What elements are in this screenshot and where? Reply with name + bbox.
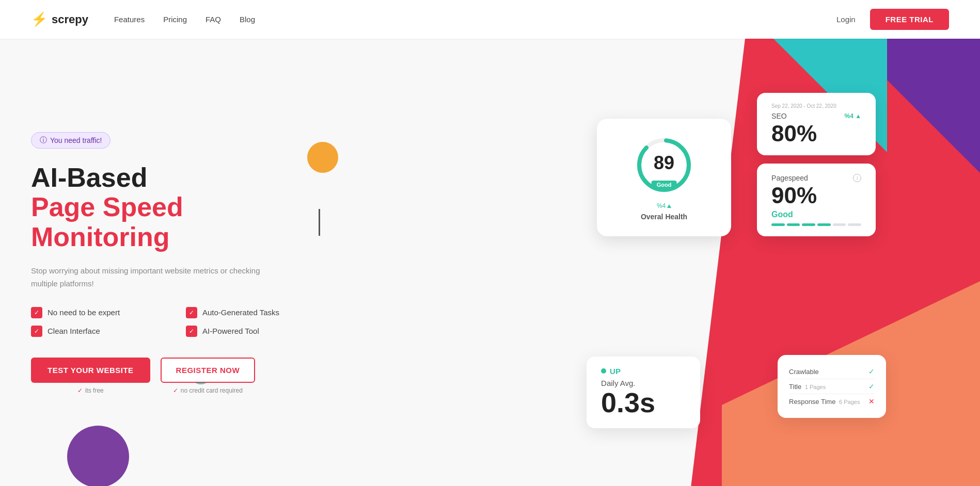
gauge-badge: Good <box>652 181 677 189</box>
nav-blog[interactable]: Blog <box>240 15 255 24</box>
hero-section: ⓘ You need traffic! AI-Based Page Speed … <box>0 39 980 486</box>
features-grid: ✓ No need to be expert ✓ Auto-Generated … <box>31 307 320 337</box>
pagespeed-info-icon[interactable]: i <box>853 174 861 182</box>
hero-left: ⓘ You need traffic! AI-Based Page Speed … <box>0 91 351 435</box>
nav-right: Login FREE TRIAL <box>836 9 949 30</box>
navbar: ⚡ screpy Features Pricing FAQ Blog Login… <box>0 0 980 39</box>
info-badge-icon: ⓘ <box>40 136 47 145</box>
prog-6 <box>848 223 861 226</box>
up-text: UP <box>610 367 621 376</box>
pagespeed-status: Good <box>771 210 861 219</box>
crawl-sub-1: 1 Pages <box>803 384 826 390</box>
logo-text: screpy <box>52 13 88 26</box>
prog-2 <box>787 223 800 226</box>
crawl-row-1: Title 1 Pages ✓ <box>789 379 875 394</box>
check-icon-2: ✓ <box>31 326 42 337</box>
test-btn-group: TEST YOUR WEBSITE ✓ its free <box>31 358 150 394</box>
hero-buttons: TEST YOUR WEBSITE ✓ its free REGISTER NO… <box>31 358 320 394</box>
crawl-status-1: ✓ <box>868 382 875 391</box>
logo[interactable]: ⚡ screpy <box>31 11 88 27</box>
crawl-status-2: ✕ <box>868 397 875 406</box>
hero-title-dark: AI-Based <box>31 163 320 192</box>
traffic-badge-text: You need traffic! <box>50 136 102 144</box>
feature-label-2: Clean Interface <box>48 327 100 335</box>
card-health: 89 Good %4 Overal Health <box>597 119 731 236</box>
progress-bar <box>771 223 861 226</box>
seo-date: Sep 22, 2020 - Oct 22, 2020 <box>771 103 861 109</box>
prog-1 <box>771 223 785 226</box>
check-icon-3: ✓ <box>186 326 197 337</box>
crawl-label-0: Crawlable <box>789 368 819 376</box>
card-daily: UP Daily Avg. 0.3s <box>587 357 700 428</box>
feature-item-1: ✓ Auto-Generated Tasks <box>186 307 320 318</box>
logo-icon: ⚡ <box>31 11 48 27</box>
nav-links: Features Pricing FAQ Blog <box>114 15 836 24</box>
up-dot <box>601 368 606 374</box>
test-sub-text: its free <box>85 387 104 394</box>
card-crawl: Crawlable ✓ Title 1 Pages ✓ Response Tim… <box>778 355 886 418</box>
prog-3 <box>802 223 815 226</box>
gauge-container: 89 Good <box>633 134 695 196</box>
nav-pricing[interactable]: Pricing <box>163 15 187 24</box>
seo-title: SEO %4 ▲ <box>771 112 861 120</box>
daily-label: Daily Avg. <box>601 379 686 387</box>
test-website-button[interactable]: TEST YOUR WEBSITE <box>31 358 150 383</box>
seo-change: %4 ▲ <box>844 112 861 120</box>
hero-title-red: Page Speed Monitoring <box>31 192 320 251</box>
feature-item-0: ✓ No need to be expert <box>31 307 165 318</box>
feature-label-3: AI-Powered Tool <box>202 327 259 335</box>
register-sub-check-icon: ✓ <box>173 387 178 394</box>
hero-subtitle: Stop worrying about missing important we… <box>31 264 268 290</box>
crawl-label-1: Title 1 Pages <box>789 383 826 391</box>
crawl-row-2: Response Time 6 Pages ✕ <box>789 394 875 409</box>
gauge-number: 89 <box>654 152 674 174</box>
prog-5 <box>833 223 846 226</box>
crawl-sub-2: 6 Pages <box>837 399 860 405</box>
login-link[interactable]: Login <box>836 15 856 24</box>
crawl-label-2: Response Time 6 Pages <box>789 398 860 406</box>
card-seo: Sep 22, 2020 - Oct 22, 2020 SEO %4 ▲ 80% <box>757 93 876 155</box>
daily-value: 0.3s <box>601 387 686 418</box>
feature-label-0: No need to be expert <box>48 308 120 317</box>
free-trial-button[interactable]: FREE TRIAL <box>870 9 949 30</box>
feature-item-2: ✓ Clean Interface <box>31 326 165 337</box>
nav-features[interactable]: Features <box>114 15 145 24</box>
pagespeed-value: 90% <box>771 184 861 207</box>
traffic-badge: ⓘ You need traffic! <box>31 132 110 149</box>
feature-label-1: Auto-Generated Tasks <box>202 308 279 317</box>
pagespeed-title: Pagespeed i <box>771 174 861 182</box>
cards-right: Sep 22, 2020 - Oct 22, 2020 SEO %4 ▲ 80%… <box>757 93 876 236</box>
check-icon-1: ✓ <box>186 307 197 318</box>
card-pagespeed: Pagespeed i 90% Good <box>757 164 876 236</box>
seo-value: 80% <box>771 122 861 145</box>
feature-item-3: ✓ AI-Powered Tool <box>186 326 320 337</box>
up-triangle <box>667 204 671 208</box>
up-indicator: UP <box>601 367 686 376</box>
dashboard-area: 89 Good %4 Overal Health UP Daily Avg. 0… <box>576 77 876 449</box>
register-sub-label: ✓ no credit card required <box>173 387 243 394</box>
test-sub-check-icon: ✓ <box>77 387 83 394</box>
prog-4 <box>817 223 831 226</box>
health-label: Overal Health <box>615 213 713 221</box>
health-percent: %4 <box>615 202 713 209</box>
hero-right: 89 Good %4 Overal Health UP Daily Avg. 0… <box>456 39 980 486</box>
cursor-bar <box>319 209 320 236</box>
register-btn-group: REGISTER NOW ✓ no credit card required <box>161 358 256 394</box>
nav-faq[interactable]: FAQ <box>206 15 221 24</box>
test-sub-label: ✓ its free <box>77 387 104 394</box>
check-icon-0: ✓ <box>31 307 42 318</box>
crawl-row-0: Crawlable ✓ <box>789 364 875 379</box>
register-button[interactable]: REGISTER NOW <box>161 358 256 383</box>
crawl-status-0: ✓ <box>868 367 875 376</box>
register-sub-text: no credit card required <box>181 387 243 394</box>
